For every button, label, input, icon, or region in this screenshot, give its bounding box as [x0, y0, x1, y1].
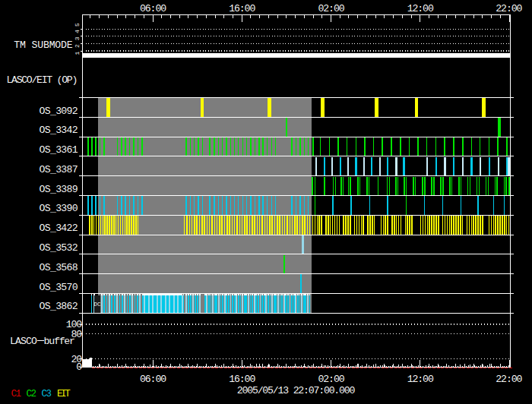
svg-text:06:00: 06:00 [140, 374, 166, 385]
svg-text:C2: C2 [27, 389, 36, 399]
svg-text:2: 2 [74, 44, 81, 48]
svg-text:OS_3389: OS_3389 [40, 184, 78, 195]
svg-text:OS_3570: OS_3570 [40, 282, 78, 293]
svg-text:LASCO: LASCO [10, 336, 37, 347]
svg-text:4: 4 [74, 30, 81, 33]
svg-text:C1: C1 [11, 389, 21, 399]
svg-text:22:00: 22:00 [496, 374, 522, 385]
svg-text:12:00: 12:00 [407, 374, 434, 385]
svg-text:16:00: 16:00 [229, 3, 255, 14]
svg-text:C3: C3 [42, 389, 52, 399]
svg-text:LASCO/EIT (OP): LASCO/EIT (OP) [6, 74, 77, 86]
svg-text:OS_3568: OS_3568 [40, 262, 78, 273]
svg-text:buffer: buffer [44, 336, 75, 347]
svg-text:OS_3532: OS_3532 [40, 242, 78, 254]
svg-text:OS_3342: OS_3342 [40, 125, 78, 136]
svg-text:3: 3 [74, 36, 81, 40]
svg-text:OS_3387: OS_3387 [40, 164, 78, 175]
svg-text:06:00: 06:00 [140, 3, 166, 14]
svg-text:OS_3862: OS_3862 [40, 301, 78, 312]
svg-text:2005/05/13 22:07:00.000: 2005/05/13 22:07:00.000 [237, 385, 356, 396]
svg-text:OS_3422: OS_3422 [40, 223, 78, 234]
svg-text:OS_3361: OS_3361 [40, 144, 78, 156]
svg-text:02:00: 02:00 [318, 3, 344, 14]
svg-text:12:00: 12:00 [407, 3, 434, 14]
svg-text:OS_3092: OS_3092 [40, 106, 78, 117]
svg-text:OS_3390: OS_3390 [40, 203, 78, 214]
svg-text:5: 5 [74, 23, 81, 27]
svg-text:1: 1 [74, 52, 81, 55]
svg-text:02:00: 02:00 [318, 374, 344, 385]
svg-text:DC: DC [94, 301, 102, 308]
svg-text:16:00: 16:00 [229, 374, 255, 385]
svg-text:TM SUBMODE: TM SUBMODE [14, 39, 72, 51]
svg-text:22:00: 22:00 [496, 3, 522, 14]
